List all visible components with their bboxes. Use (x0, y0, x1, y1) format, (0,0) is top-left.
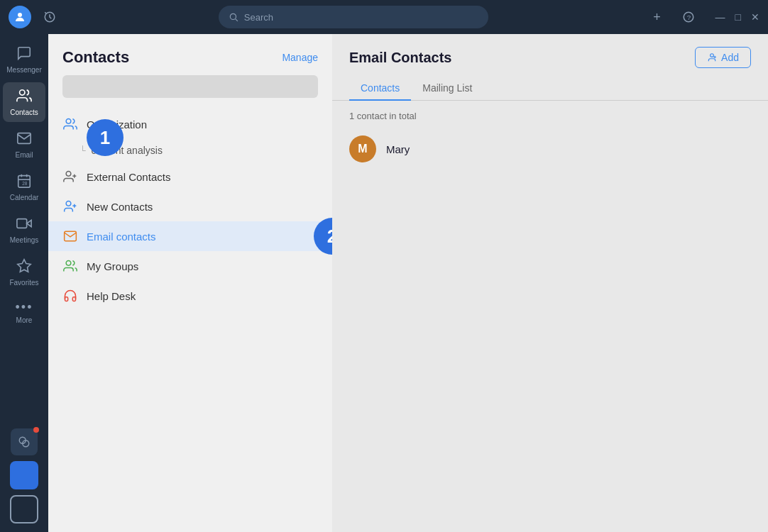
sidebar-item-meetings[interactable]: Meetings (3, 210, 45, 250)
external-contacts-icon (62, 169, 78, 184)
sub-arrow-icon: └ (79, 145, 86, 155)
title-bar-right: + ? — □ ✕ (647, 7, 759, 27)
email-panel-title: Email Contacts (349, 50, 451, 66)
sidebar-bottom (10, 428, 38, 532)
email-contacts-icon (62, 228, 78, 244)
svg-point-21 (66, 201, 71, 206)
nav-item-new-contacts-label: New Contacts (87, 201, 153, 213)
svg-point-6 (20, 90, 25, 95)
notification-badge (33, 427, 39, 433)
nav-item-email-contacts-label: Email contacts (87, 231, 156, 243)
svg-text:?: ? (686, 13, 691, 21)
nav-item-external-label: External Contacts (87, 171, 170, 183)
history-icon[interactable] (40, 7, 60, 27)
nav-item-help-desk[interactable]: Help Desk (48, 281, 332, 311)
nav-item-email-contacts[interactable]: Email contacts 2 (48, 221, 332, 251)
search-placeholder: Search (244, 12, 273, 23)
contacts-panel: 1 Contacts Manage Organization (48, 34, 332, 532)
annotation-2: 2 (314, 218, 332, 255)
email-contacts-panel: Email Contacts Add Contacts Mailing List (332, 34, 768, 532)
blue-square-button[interactable] (10, 461, 38, 489)
sidebar-item-messenger-label: Messenger (6, 66, 41, 74)
sidebar-item-messenger[interactable]: Messenger (3, 40, 45, 79)
add-contact-label: Add (721, 52, 739, 63)
organization-icon (62, 116, 78, 132)
add-contact-button[interactable]: Add (695, 47, 751, 68)
sidebar-item-calendar-label: Calendar (10, 194, 39, 201)
title-bar: Search + ? — □ ✕ (0, 0, 768, 34)
more-icon: ••• (16, 301, 33, 314)
svg-text:28: 28 (22, 181, 28, 186)
window-controls: — □ ✕ (715, 11, 759, 23)
favorites-icon (16, 258, 32, 276)
sidebar-item-more[interactable]: ••• More (3, 295, 45, 330)
svg-point-2 (230, 13, 236, 19)
svg-marker-12 (27, 220, 31, 226)
email-tabs: Contacts Mailing List (332, 77, 768, 101)
help-desk-icon (62, 288, 78, 304)
contact-list: M Mary (332, 128, 768, 532)
minimize-button[interactable]: — (715, 11, 725, 23)
contacts-search-bar[interactable] (62, 75, 318, 98)
sidebar-item-meetings-label: Meetings (10, 236, 39, 244)
contacts-title: Contacts (62, 48, 129, 67)
svg-marker-14 (18, 260, 31, 272)
user-avatar[interactable] (9, 6, 31, 28)
svg-point-0 (18, 13, 22, 17)
search-area: Search (68, 6, 639, 28)
notifications-button[interactable] (11, 428, 38, 455)
svg-point-17 (66, 119, 71, 124)
manage-link[interactable]: Manage (282, 52, 318, 63)
email-icon (16, 131, 32, 148)
svg-point-24 (66, 261, 71, 266)
title-bar-left (40, 7, 60, 27)
nav-item-my-groups[interactable]: My Groups (48, 251, 332, 281)
help-button[interactable]: ? (679, 7, 698, 27)
sidebar-item-favorites[interactable]: Favorites (3, 253, 45, 292)
contact-name-mary: Mary (386, 143, 410, 155)
annotation-1: 1 (87, 119, 124, 156)
sidebar-item-contacts-label: Contacts (10, 109, 38, 116)
contacts-icon (16, 88, 32, 106)
svg-point-25 (711, 54, 714, 57)
maximize-button[interactable]: □ (735, 11, 741, 23)
calendar-icon: 28 (16, 173, 32, 191)
email-panel-header: Email Contacts Add (332, 34, 768, 68)
contact-count: 1 contact in total (332, 101, 768, 128)
sidebar-item-contacts[interactable]: Contacts (3, 82, 45, 122)
svg-line-3 (235, 19, 237, 21)
sidebar-item-favorites-label: Favorites (9, 279, 38, 287)
sidebar-item-calendar[interactable]: 28 Calendar (3, 167, 45, 207)
close-button[interactable]: ✕ (751, 11, 759, 23)
tab-mailing-list[interactable]: Mailing List (411, 77, 483, 101)
meetings-icon (16, 216, 32, 233)
nav-item-external[interactable]: External Contacts (48, 162, 332, 192)
nav-item-help-desk-label: Help Desk (87, 290, 136, 302)
my-groups-icon (62, 258, 78, 274)
contact-avatar-mary: M (349, 135, 376, 162)
sidebar-item-email-label: Email (15, 151, 33, 159)
add-tab-button[interactable]: + (647, 7, 667, 27)
contacts-nav: Organization └ content analysis Exte (48, 109, 332, 532)
messenger-icon (16, 45, 32, 63)
nav-item-new-contacts[interactable]: New Contacts (48, 192, 332, 221)
contacts-header: Contacts Manage (48, 34, 332, 75)
contact-item-mary[interactable]: M Mary (349, 128, 751, 170)
svg-point-18 (66, 172, 71, 177)
sidebar-item-email[interactable]: Email (3, 125, 45, 165)
sidebar: Messenger Contacts Ema (0, 34, 48, 532)
tab-contacts[interactable]: Contacts (349, 77, 411, 101)
white-square-button[interactable] (10, 495, 38, 523)
nav-item-my-groups-label: My Groups (87, 260, 138, 272)
new-contacts-icon (62, 199, 78, 214)
sidebar-item-more-label: More (16, 316, 33, 324)
svg-rect-13 (17, 219, 27, 228)
search-box[interactable]: Search (219, 6, 488, 28)
main-layout: Messenger Contacts Ema (0, 34, 768, 532)
